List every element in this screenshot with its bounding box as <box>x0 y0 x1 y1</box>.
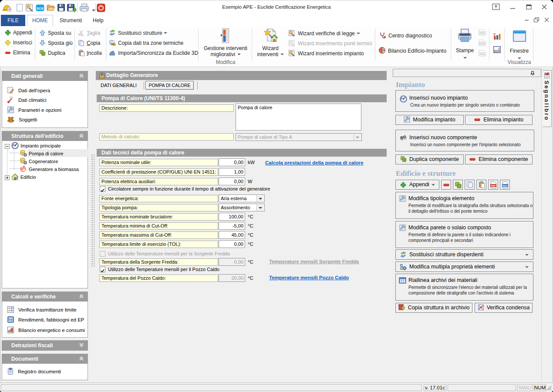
svg-text:PDF: PDF <box>491 184 496 187</box>
svg-text:DOC: DOC <box>502 184 508 187</box>
